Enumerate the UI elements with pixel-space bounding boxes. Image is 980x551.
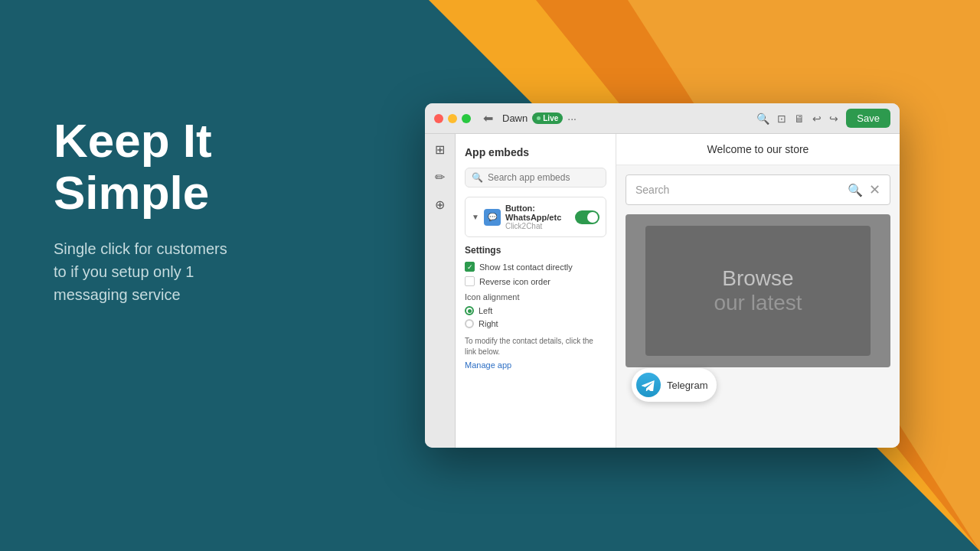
preview-search-placeholder: Search — [635, 184, 841, 196]
live-badge: Live — [532, 112, 563, 124]
home-icon[interactable]: ⊞ — [433, 142, 448, 157]
search-embeds-bar[interactable]: 🔍 — [465, 168, 606, 187]
redo-icon[interactable]: ↪ — [829, 112, 838, 125]
settings-section: Settings ✓ Show 1st contact directly Rev… — [465, 245, 606, 371]
preview-search-icon: 🔍 — [848, 183, 863, 197]
checkbox-row-1[interactable]: ✓ Show 1st contact directly — [465, 262, 606, 272]
device-icon[interactable]: 🖥 — [794, 112, 805, 125]
save-button[interactable]: Save — [846, 109, 890, 128]
preview-area: Welcome to our store Search 🔍 ✕ Browse o… — [616, 134, 900, 448]
checkbox-1[interactable]: ✓ — [465, 262, 475, 272]
site-info: Dawn Live ··· — [502, 112, 577, 125]
embed-header: ▼ 💬 Button: WhatsApp/etc Click2Chat — [472, 204, 599, 230]
checkbox-1-label: Show 1st contact directly — [479, 262, 573, 272]
embed-name: Button: WhatsApp/etc — [505, 204, 570, 222]
checkbox-row-2[interactable]: Reverse icon order — [465, 276, 606, 286]
expand-icon[interactable]: ▼ — [472, 213, 479, 221]
search-embeds-icon: 🔍 — [472, 172, 483, 183]
preview-close-icon[interactable]: ✕ — [869, 181, 880, 198]
manage-app-link[interactable]: Manage app — [465, 360, 511, 370]
embed-item: ▼ 💬 Button: WhatsApp/etc Click2Chat — [465, 197, 606, 237]
checkbox-2-label: Reverse icon order — [479, 277, 550, 286]
search-embeds-input[interactable] — [488, 172, 599, 183]
main-title: Keep It Simple — [54, 115, 375, 219]
radio-row-left[interactable]: Left — [465, 306, 606, 315]
title-bar-actions: 🔍 ⊡ 🖥 ↩ ↪ Save — [756, 109, 890, 128]
site-name: Dawn — [502, 112, 528, 124]
more-menu[interactable]: ··· — [567, 112, 577, 125]
title-line1: Keep It — [54, 114, 212, 167]
title-line2: Simple — [54, 166, 209, 219]
content-area: ⊞ ✏ ⊕ App embeds 🔍 ▼ 💬 Button: WhatsApp/… — [425, 134, 900, 448]
minimize-button[interactable] — [448, 114, 457, 123]
radio-row-right[interactable]: Right — [465, 319, 606, 328]
telegram-label: Telegram — [667, 380, 707, 391]
undo-icon[interactable]: ↩ — [812, 112, 822, 125]
browse-text-container: Browse our latest — [714, 266, 802, 315]
back-icon: ⬅ — [480, 108, 496, 129]
close-button[interactable] — [434, 114, 443, 123]
maximize-button[interactable] — [462, 114, 471, 123]
preview-img-dark: Browse our latest — [645, 226, 871, 356]
radio-right[interactable] — [465, 319, 474, 328]
brush-icon[interactable]: ✏ — [433, 169, 448, 184]
title-bar: ⬅ Dawn Live ··· 🔍 ⊡ 🖥 ↩ ↪ Save — [425, 103, 900, 134]
apps-icon[interactable]: ⊕ — [433, 197, 448, 212]
toggle-switch[interactable] — [575, 210, 599, 224]
radio-left[interactable] — [465, 306, 474, 315]
telegram-icon — [636, 373, 661, 397]
icon-alignment-label: Icon alignment — [465, 292, 606, 302]
radio-left-label: Left — [479, 306, 492, 315]
live-label: Live — [543, 114, 558, 122]
title-bar-nav: ⬅ Dawn Live ··· — [480, 108, 756, 129]
left-content: Keep It Simple Single click for customer… — [54, 115, 375, 306]
panel: App embeds 🔍 ▼ 💬 Button: WhatsApp/etc Cl… — [456, 134, 616, 448]
toggle-knob — [587, 212, 598, 223]
contact-note: To modify the contact details, click the… — [465, 336, 606, 357]
embed-sub: Click2Chat — [505, 222, 570, 230]
subtitle: Single click for customersto if you setu… — [54, 237, 375, 306]
browser-window: ⬅ Dawn Live ··· 🔍 ⊡ 🖥 ↩ ↪ Save ⊞ ✏ ⊕ — [425, 103, 900, 448]
embed-info: Button: WhatsApp/etc Click2Chat — [505, 204, 570, 230]
preview-search-bar[interactable]: Search 🔍 ✕ — [626, 174, 890, 205]
radio-group: Icon alignment Left Right — [465, 292, 606, 328]
panel-title: App embeds — [465, 146, 606, 158]
sidebar-icons: ⊞ ✏ ⊕ — [425, 134, 456, 448]
latest-text: our latest — [714, 291, 802, 315]
embed-icon: 💬 — [484, 209, 501, 226]
cursor-icon[interactable]: ⊡ — [777, 112, 786, 125]
telegram-button[interactable]: Telegram — [632, 368, 717, 402]
preview-image-container: Browse our latest — [626, 214, 890, 367]
browse-text: Browse — [714, 266, 802, 291]
live-dot — [537, 116, 541, 120]
search-icon[interactable]: 🔍 — [756, 112, 769, 125]
preview-header: Welcome to our store — [616, 134, 900, 165]
traffic-lights — [434, 114, 471, 123]
radio-right-label: Right — [479, 319, 498, 328]
settings-title: Settings — [465, 245, 606, 256]
checkbox-2[interactable] — [465, 276, 475, 286]
